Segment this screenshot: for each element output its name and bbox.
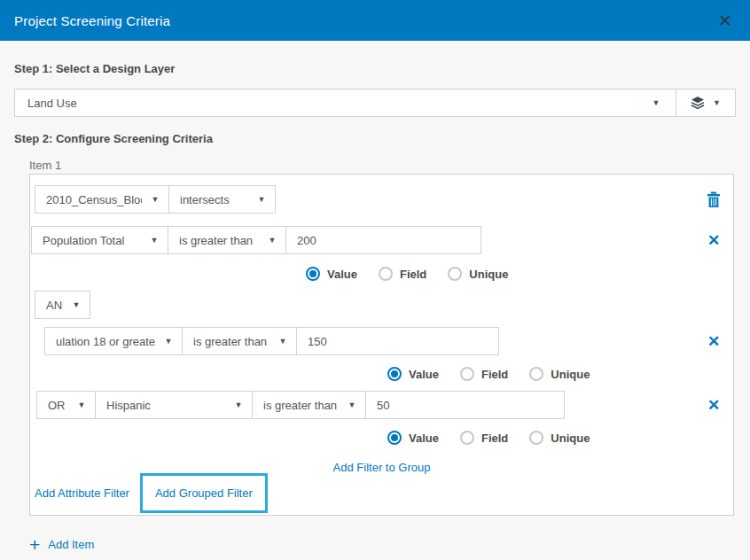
- filter3-logic-value: OR: [37, 399, 66, 412]
- add-item-label: Add Item: [48, 538, 94, 551]
- spatial-operator-dropdown[interactable]: intersects ▼: [168, 186, 275, 213]
- trash-icon: [707, 191, 721, 208]
- dialog-header: Project Screening Criteria ✕: [0, 0, 750, 41]
- filter1-radio-field-label: Field: [400, 268, 426, 281]
- filter1-mode-radios: Value Field Unique: [306, 267, 733, 281]
- close-icon[interactable]: ✕: [715, 11, 736, 31]
- add-item-button[interactable]: + Add Item: [29, 534, 736, 554]
- filter2-radio-field-label: Field: [481, 368, 508, 381]
- filter2-radio-field[interactable]: [460, 367, 474, 381]
- filter1-operator-value: is greater than: [168, 234, 253, 247]
- filter2-operator-value: is greater than: [183, 335, 267, 348]
- filter2-radio-value[interactable]: [387, 367, 402, 381]
- screening-layer-dropdown[interactable]: 2010_Census_Blocks ▼: [35, 186, 168, 213]
- logic-operator-dropdown[interactable]: AND ▼: [35, 292, 90, 318]
- filter1-field-value: Population Total: [32, 234, 124, 247]
- filter3-field-value: Hispanic: [96, 399, 151, 412]
- remove-filter2-icon[interactable]: ✕: [707, 334, 720, 349]
- filter1-operator-dropdown[interactable]: is greater than ▼: [168, 227, 285, 253]
- chevron-down-icon: ▼: [348, 401, 356, 409]
- add-attribute-filter-link[interactable]: Add Attribute Filter: [35, 486, 129, 500]
- screening-layer-value: 2010_Census_Blocks: [35, 193, 142, 206]
- chevron-down-icon: ▼: [269, 237, 277, 245]
- design-layer-dropdown-toggle[interactable]: ▼: [637, 89, 676, 116]
- dialog-title: Project Screening Criteria: [14, 13, 170, 28]
- plus-icon: +: [29, 535, 40, 554]
- filter3-radio-unique-label: Unique: [551, 432, 590, 445]
- filter3-radio-field-label: Field: [481, 432, 508, 445]
- filter2-field-dropdown[interactable]: ulation 18 or greater ▼: [45, 328, 182, 354]
- delete-item-icon[interactable]: [707, 191, 721, 208]
- layer-operator-combo: 2010_Census_Blocks ▼ intersects ▼: [35, 185, 276, 214]
- step2-label: Step 2: Configure Screening Criteria: [14, 133, 736, 145]
- filter1-value-input[interactable]: [285, 227, 480, 253]
- filter3-mode-radios: Value Field Unique: [387, 431, 733, 445]
- design-layer-select[interactable]: Land Use ▼ ▼: [14, 89, 736, 117]
- chevron-down-icon: ▼: [713, 99, 721, 107]
- filter1-radio-unique-label: Unique: [469, 268, 508, 281]
- chevron-down-icon: ▼: [235, 401, 243, 409]
- project-screening-dialog: Project Screening Criteria ✕ Step 1: Sel…: [0, 0, 750, 560]
- layers-menu-button[interactable]: ▼: [676, 89, 735, 116]
- filter2-radio-unique[interactable]: [529, 367, 543, 381]
- chevron-down-icon: ▼: [652, 99, 660, 107]
- filter3-operator-dropdown[interactable]: is greater than ▼: [252, 392, 365, 418]
- filter3-radio-value-label: Value: [409, 432, 439, 445]
- filter-row-1: Population Total ▼ is greater than ▼ ✕: [31, 226, 733, 254]
- chevron-down-icon: ▼: [258, 196, 266, 204]
- filter2-operator-dropdown[interactable]: is greater than ▼: [182, 328, 296, 354]
- chevron-down-icon: ▼: [279, 338, 287, 346]
- layers-icon: [691, 96, 705, 110]
- remove-filter3-icon[interactable]: ✕: [707, 398, 720, 413]
- item-label: Item 1: [29, 159, 736, 171]
- filter2-combo: ulation 18 or greater ▼ is greater than …: [44, 327, 499, 355]
- filter3-radio-unique[interactable]: [529, 431, 543, 445]
- filter3-field-dropdown[interactable]: Hispanic ▼: [95, 392, 252, 418]
- spatial-operator-value: intersects: [169, 193, 230, 206]
- chevron-down-icon: ▼: [152, 196, 160, 204]
- item-panel: 2010_Census_Blocks ▼ intersects ▼: [29, 174, 734, 516]
- remove-filter1-icon[interactable]: ✕: [707, 233, 720, 248]
- filter-actions-row: Add Attribute Filter Add Grouped Filter: [35, 473, 733, 513]
- add-grouped-filter-highlight: Add Grouped Filter: [140, 473, 268, 513]
- filter2-radio-unique-label: Unique: [551, 368, 590, 381]
- filter2-radio-value-label: Value: [409, 368, 439, 381]
- filter3-logic-dropdown[interactable]: OR ▼: [37, 392, 95, 418]
- logic-operator-row: AND ▼: [35, 291, 733, 319]
- chevron-down-icon: ▼: [165, 338, 173, 346]
- filter2-value-input[interactable]: [296, 328, 498, 354]
- filter1-combo: Population Total ▼ is greater than ▼: [31, 226, 481, 254]
- chevron-down-icon: ▼: [73, 301, 81, 309]
- filter1-radio-value-label: Value: [327, 268, 357, 281]
- filter3-radio-value[interactable]: [387, 431, 402, 445]
- filter3-combo: OR ▼ Hispanic ▼ is greater than ▼: [36, 391, 565, 419]
- filter1-radio-field[interactable]: [379, 267, 393, 281]
- add-grouped-filter-link[interactable]: Add Grouped Filter: [155, 486, 253, 500]
- filter1-radio-unique[interactable]: [448, 267, 462, 281]
- design-layer-value: Land Use: [15, 89, 637, 116]
- add-filter-to-group-row: Add Filter to Group: [30, 461, 733, 473]
- filter3-value-input[interactable]: [365, 392, 564, 418]
- logic-operator-value: AND: [35, 299, 63, 312]
- filter-row-2: ulation 18 or greater ▼ is greater than …: [44, 327, 733, 355]
- layer-criteria-row: 2010_Census_Blocks ▼ intersects ▼: [35, 185, 733, 214]
- logic-operator-combo: AND ▼: [35, 291, 90, 319]
- filter1-field-dropdown[interactable]: Population Total ▼: [32, 227, 168, 253]
- filter1-radio-value[interactable]: [306, 267, 320, 281]
- chevron-down-icon: ▼: [151, 237, 159, 245]
- filter3-operator-value: is greater than: [253, 399, 337, 412]
- step1-label: Step 1: Select a Design Layer: [14, 63, 736, 75]
- filter2-mode-radios: Value Field Unique: [387, 367, 733, 381]
- filter3-radio-field[interactable]: [460, 431, 474, 445]
- filter-row-3: OR ▼ Hispanic ▼ is greater than ▼ ✕: [36, 391, 733, 419]
- add-filter-to-group-link[interactable]: Add Filter to Group: [333, 461, 431, 474]
- filter2-field-value: ulation 18 or greater: [45, 335, 155, 348]
- chevron-down-icon: ▼: [78, 401, 86, 409]
